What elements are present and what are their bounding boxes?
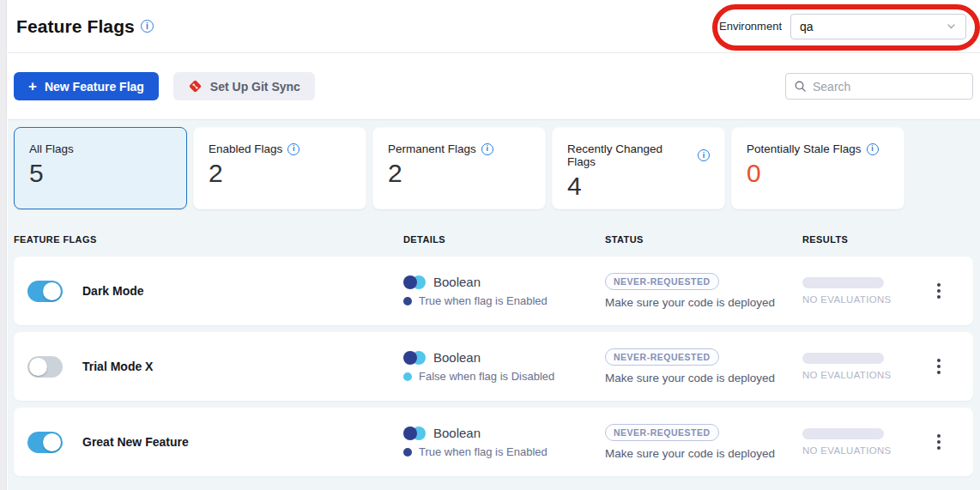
title-info-icon[interactable]: i <box>141 20 154 33</box>
results-text: NO EVALUATIONS <box>802 294 973 305</box>
page-header: Feature Flags i Environment qa <box>8 0 980 53</box>
chevron-down-icon <box>946 21 957 32</box>
environment-select[interactable]: qa <box>790 14 966 39</box>
flag-type: Boolean <box>433 275 481 289</box>
flag-type: Boolean <box>433 426 481 440</box>
status-text: Make sure your code is deployed <box>605 447 775 460</box>
stat-value: 2 <box>209 159 351 188</box>
setup-git-sync-button[interactable]: Set Up Git Sync <box>173 72 315 100</box>
stat-value: 2 <box>388 159 530 188</box>
results-bar <box>802 353 884 364</box>
default-value-text: True when flag is Enabled <box>419 294 547 307</box>
search-box[interactable] <box>785 73 973 100</box>
value-dot-icon <box>403 448 412 457</box>
table-row[interactable]: Trial Mode X Boolean False when flag is … <box>14 332 973 401</box>
toolbar: + New Feature Flag Set Up Git Sync <box>8 53 980 120</box>
stat-card-permanent-flags[interactable]: Permanent Flags i 2 <box>372 127 546 209</box>
column-header-results: RESULTS <box>802 234 973 245</box>
new-feature-flag-button[interactable]: + New Feature Flag <box>14 72 159 100</box>
stat-label: Recently Changed Flags <box>567 142 693 168</box>
flag-type: Boolean <box>433 350 481 365</box>
page-title: Feature Flags <box>16 16 135 37</box>
table-header: FEATURE FLAGS DETAILS STATUS RESULTS <box>14 209 973 257</box>
results-text: NO EVALUATIONS <box>802 370 973 380</box>
flag-name[interactable]: Trial Mode X <box>82 360 153 373</box>
search-icon <box>794 80 807 93</box>
stat-value: 0 <box>747 159 889 188</box>
environment-value: qa <box>800 20 814 33</box>
column-header-feature-flags: FEATURE FLAGS <box>14 234 403 245</box>
boolean-type-icon <box>403 275 426 289</box>
stat-label: Permanent Flags <box>388 142 476 155</box>
stat-label: Potentially Stale Flags <box>747 142 862 155</box>
value-dot-icon <box>403 297 412 305</box>
search-input[interactable] <box>813 80 965 94</box>
flag-toggle[interactable] <box>27 356 63 378</box>
status-badge: NEVER-REQUESTED <box>605 348 719 366</box>
results-bar <box>802 428 884 439</box>
results-text: NO EVALUATIONS <box>802 445 973 456</box>
info-icon[interactable]: i <box>481 143 493 155</box>
plus-icon: + <box>28 79 37 94</box>
value-dot-icon <box>403 372 412 381</box>
flag-toggle[interactable] <box>27 281 63 302</box>
results-bar <box>802 277 884 288</box>
table-row[interactable]: Great New Feature Boolean True when flag… <box>14 408 973 476</box>
content-area: All Flags 5 Enabled Flags i 2 Permanent … <box>8 120 980 490</box>
stat-value: 4 <box>567 172 710 201</box>
table-row[interactable]: Dark Mode Boolean True when flag is Enab… <box>14 257 973 325</box>
environment-label: Environment <box>719 20 782 33</box>
info-icon[interactable]: i <box>287 143 299 155</box>
stat-label: All Flags <box>29 142 74 155</box>
stat-card-potentially-stale-flags[interactable]: Potentially Stale Flags i 0 <box>731 127 904 209</box>
stat-value: 5 <box>29 159 172 188</box>
row-menu-kebab-icon[interactable] <box>934 280 944 302</box>
boolean-type-icon <box>403 351 426 365</box>
stat-card-enabled-flags[interactable]: Enabled Flags i 2 <box>193 127 366 209</box>
stat-card-recently-changed-flags[interactable]: Recently Changed Flags i 4 <box>552 127 725 209</box>
column-header-status: STATUS <box>605 234 802 245</box>
column-header-details: DETAILS <box>403 234 605 245</box>
git-icon <box>188 79 203 94</box>
flag-toggle[interactable] <box>27 432 63 453</box>
status-text: Make sure your code is deployed <box>605 372 775 384</box>
status-text: Make sure your code is deployed <box>605 296 775 309</box>
default-value-text: False when flag is Disabled <box>419 370 554 383</box>
flag-name[interactable]: Dark Mode <box>82 284 144 298</box>
default-value-text: True when flag is Enabled <box>419 445 547 458</box>
feature-flags-page: Feature Flags i Environment qa + New Fea… <box>8 0 980 490</box>
row-menu-kebab-icon[interactable] <box>934 431 944 453</box>
stat-label: Enabled Flags <box>209 142 282 155</box>
sidebar-edge <box>0 0 7 490</box>
info-icon[interactable]: i <box>698 149 710 161</box>
row-menu-kebab-icon[interactable] <box>934 355 944 378</box>
status-badge: NEVER-REQUESTED <box>605 273 719 290</box>
boolean-type-icon <box>403 426 426 440</box>
stats-cards: All Flags 5 Enabled Flags i 2 Permanent … <box>14 127 973 209</box>
status-badge: NEVER-REQUESTED <box>605 424 719 441</box>
flag-name[interactable]: Great New Feature <box>82 435 189 449</box>
stat-card-all-flags[interactable]: All Flags 5 <box>14 127 187 209</box>
info-icon[interactable]: i <box>867 143 879 155</box>
